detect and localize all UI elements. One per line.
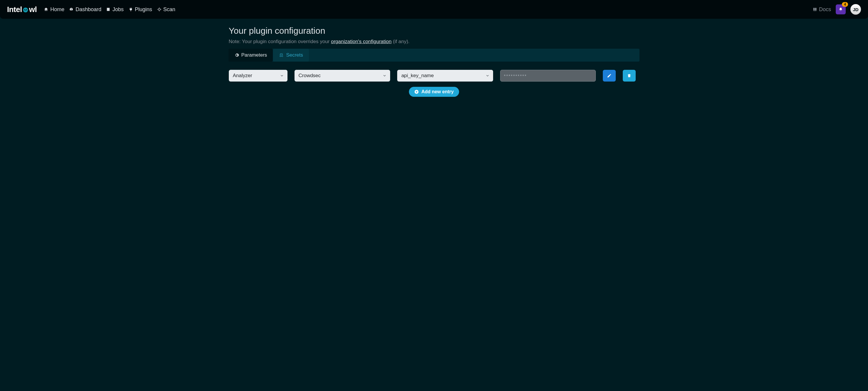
plug-icon [128,7,133,12]
tabs: Parameters Secrets [229,49,640,62]
nav-plugins[interactable]: Plugins [128,6,152,12]
nav-right: Docs 4 JD [812,4,861,15]
nav-docs-label: Docs [819,6,831,12]
nav-docs[interactable]: Docs [812,6,831,12]
brand-text-2: wl [29,5,37,14]
pencil-icon [607,73,612,78]
chevron-down-icon [280,73,284,78]
nav-jobs[interactable]: Jobs [106,6,124,12]
add-button-label: Add new entry [421,89,454,94]
brand-text-1: Intel [7,5,22,14]
secret-value-input[interactable] [500,70,596,82]
page-title: Your plugin configuration [229,26,640,36]
page-note: Note: Your plugin configuration override… [229,39,640,44]
nav-links: Home Dashboard Jobs Plugins Scan [44,6,812,12]
nav-dashboard-label: Dashboard [75,6,101,12]
tab-parameters[interactable]: Parameters [228,49,273,62]
nav-scan[interactable]: Scan [157,6,176,12]
main-container: Your plugin configuration Note: Your plu… [223,19,645,104]
add-row: Add new entry [229,87,640,97]
plugin-name-value: Crowdsec [299,73,321,79]
tab-parameters-label: Parameters [241,52,267,58]
delete-button[interactable] [623,70,636,82]
nav-scan-label: Scan [163,6,176,12]
svg-point-3 [24,9,25,10]
owl-icon [23,7,28,13]
trash-icon [627,73,631,78]
avatar[interactable]: JD [850,4,861,15]
svg-point-4 [26,9,27,10]
add-new-entry-button[interactable]: Add new entry [409,87,459,97]
plugin-name-select[interactable]: Crowdsec [294,70,391,82]
chevron-down-icon [486,73,490,78]
note-prefix: Note: Your plugin configuration override… [229,39,331,44]
crosshair-icon [157,7,162,12]
svg-point-0 [23,8,28,12]
edit-button[interactable] [603,70,616,82]
param-name-select[interactable]: api_key_name [397,70,493,82]
note-suffix: (if any). [392,39,409,44]
org-config-link[interactable]: organization's configuration [331,39,391,44]
incognito-icon [279,53,284,58]
nav-jobs-label: Jobs [112,6,124,12]
tab-secrets[interactable]: Secrets [273,49,309,62]
nav-dashboard[interactable]: Dashboard [69,6,101,12]
avatar-initials: JD [853,7,858,12]
nav-home[interactable]: Home [44,6,64,12]
brand-logo[interactable]: Intel wl [7,5,37,14]
notification-count-badge: 4 [842,2,848,7]
param-name-value: api_key_name [401,73,434,79]
navbar: Intel wl Home Dashboard Jobs Plugins Sca… [0,0,868,19]
home-icon [44,7,49,12]
gauge-icon [69,7,74,12]
list-icon [106,7,111,12]
bell-icon [839,7,843,11]
plus-circle-icon [414,89,419,94]
plugin-type-select[interactable]: Analyzer [229,70,287,82]
nav-plugins-label: Plugins [135,6,152,12]
notifications-button[interactable]: 4 [836,4,846,14]
chevron-down-icon [382,73,386,78]
config-row: Analyzer Crowdsec api_key_name [229,70,640,82]
tab-secrets-label: Secrets [286,52,303,58]
book-icon [812,7,817,12]
gear-icon [235,53,239,58]
nav-home-label: Home [50,6,64,12]
plugin-type-value: Analyzer [233,73,252,79]
